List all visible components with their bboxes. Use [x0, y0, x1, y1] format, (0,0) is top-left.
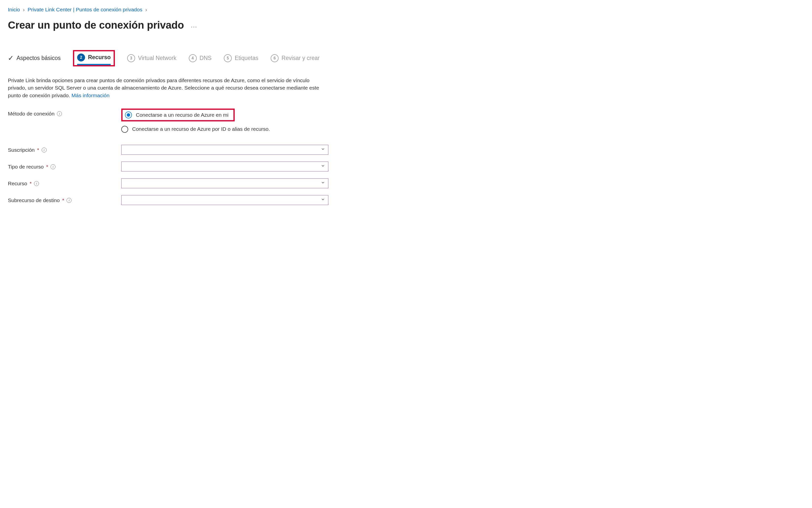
step-etiquetas[interactable]: 5 Etiquetas — [224, 53, 258, 63]
highlight-frame-radio: Conectarse a un recurso de Azure en mi — [121, 109, 235, 121]
required-asterisk: * — [62, 197, 64, 204]
label-resource: Recurso * i — [8, 178, 111, 187]
row-target-subresource: Subrecurso de destino * i — [8, 195, 804, 205]
radio-label: Conectarse a un recurso de Azure en mi — [136, 111, 229, 119]
learn-more-link[interactable]: Más información — [71, 92, 109, 98]
step-number-icon: 6 — [271, 54, 279, 62]
step-aspectos-basicos[interactable]: ✓ Aspectos básicos — [8, 53, 61, 63]
step-number-icon: 4 — [189, 54, 197, 62]
chevron-down-icon — [321, 197, 325, 204]
chevron-down-icon — [321, 180, 325, 187]
description: Private Link brinda opciones para crear … — [8, 77, 328, 99]
info-icon[interactable]: i — [66, 198, 71, 203]
radio-item-by-id[interactable]: Conectarse a un recurso de Azure por ID … — [121, 125, 270, 133]
step-revisar-y-crear[interactable]: 6 Revisar y crear — [271, 53, 320, 63]
select-target-subresource[interactable] — [121, 195, 328, 205]
breadcrumb-private-link[interactable]: Private Link Center | Puntos de conexión… — [28, 6, 142, 13]
step-recurso[interactable]: 2 Recurso — [77, 52, 111, 62]
label-text: Tipo de recurso — [8, 163, 44, 170]
label-subscription: Suscripción * i — [8, 145, 111, 154]
step-label: DNS — [200, 54, 212, 62]
step-number-icon: 5 — [224, 54, 232, 62]
title-row: Crear un punto de conexión privado ··· — [8, 18, 804, 33]
info-icon[interactable]: i — [57, 111, 62, 116]
label-connection-method: Método de conexión i — [8, 109, 111, 118]
select-subscription[interactable] — [121, 145, 328, 155]
required-asterisk: * — [46, 163, 48, 170]
breadcrumb-home[interactable]: Inicio — [8, 6, 20, 13]
step-number-icon: 2 — [77, 53, 85, 61]
label-text: Subrecurso de destino — [8, 197, 60, 204]
step-label: Etiquetas — [235, 54, 258, 62]
description-text: Private Link brinda opciones para crear … — [8, 78, 319, 98]
row-connection-method: Método de conexión i Conectarse a un rec… — [8, 109, 804, 133]
label-text: Recurso — [8, 180, 27, 187]
row-subscription: Suscripción * i — [8, 145, 804, 155]
select-resource-type[interactable] — [121, 162, 328, 171]
more-actions-button[interactable]: ··· — [191, 23, 197, 31]
wizard-steps: ✓ Aspectos básicos 2 Recurso 3 Virtual N… — [8, 50, 804, 66]
radio-label: Conectarse a un recurso de Azure por ID … — [132, 125, 270, 133]
info-icon[interactable]: i — [42, 147, 47, 153]
radio-group-connection-method: Conectarse a un recurso de Azure en mi C… — [121, 109, 270, 133]
step-label: Aspectos básicos — [16, 54, 61, 62]
step-dns[interactable]: 4 DNS — [189, 53, 212, 63]
chevron-down-icon — [321, 163, 325, 170]
chevron-down-icon — [321, 146, 325, 153]
label-resource-type: Tipo de recurso * i — [8, 162, 111, 170]
label-target-subresource: Subrecurso de destino * i — [8, 195, 111, 204]
breadcrumb: Inicio › Private Link Center | Puntos de… — [8, 6, 804, 13]
row-resource: Recurso * i — [8, 178, 804, 188]
highlight-frame-step: 2 Recurso — [73, 50, 115, 66]
radio-connect-by-id[interactable] — [121, 126, 128, 133]
step-label: Virtual Network — [138, 54, 177, 62]
label-text: Suscripción — [8, 146, 35, 154]
required-asterisk: * — [37, 146, 39, 154]
radio-connect-my-directory[interactable] — [125, 112, 132, 118]
info-icon[interactable]: i — [34, 181, 39, 186]
select-resource[interactable] — [121, 178, 328, 188]
check-icon: ✓ — [8, 55, 13, 62]
required-asterisk: * — [30, 180, 32, 187]
breadcrumb-separator: › — [145, 6, 147, 13]
step-label: Recurso — [88, 53, 111, 61]
info-icon[interactable]: i — [51, 164, 55, 169]
step-label: Revisar y crear — [282, 54, 320, 62]
step-number-icon: 3 — [127, 54, 135, 62]
breadcrumb-separator: › — [23, 6, 25, 13]
label-text: Método de conexión — [8, 110, 54, 118]
step-virtual-network[interactable]: 3 Virtual Network — [127, 53, 177, 63]
row-resource-type: Tipo de recurso * i — [8, 162, 804, 171]
page-title: Crear un punto de conexión privado — [8, 18, 184, 33]
